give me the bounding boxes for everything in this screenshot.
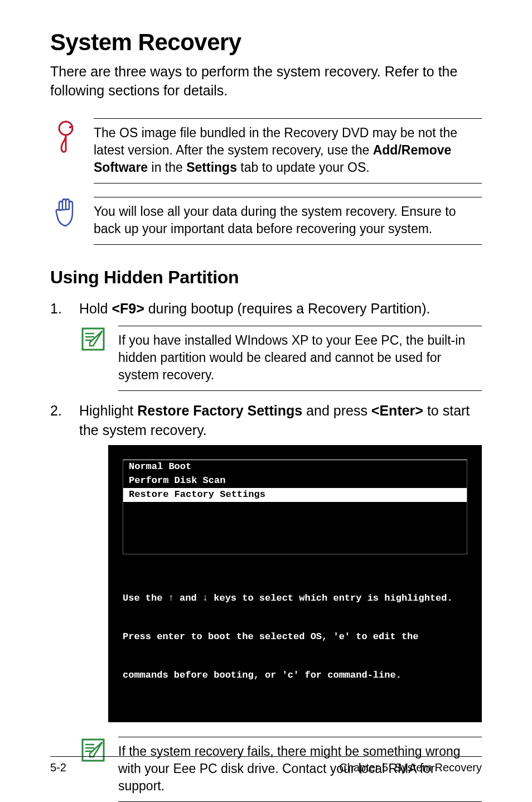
callout-note-1-text: If you have installed WIndows XP to your…: [118, 326, 482, 391]
page-footer: 5-2 Chapter 5: System Recovery: [50, 756, 482, 774]
intro-paragraph: There are three ways to perform the syst…: [50, 62, 482, 100]
bold-fragment: <Enter>: [371, 403, 423, 418]
callout-info-1-text: The OS image file bundled in the Recover…: [94, 118, 482, 183]
page-number: 5-2: [50, 761, 66, 774]
text-fragment: tab to update your OS.: [237, 160, 370, 175]
callout-warning: You will lose all your data during the s…: [50, 191, 482, 253]
step-2: Highlight Restore Factory Settings and p…: [50, 401, 482, 801]
terminal-row: Normal Boot: [123, 460, 467, 474]
svg-point-1: [69, 125, 71, 128]
text-fragment: Highlight: [79, 403, 137, 418]
callout-info-1: The OS image file bundled in the Recover…: [50, 113, 482, 191]
terminal-screenshot: Normal Boot Perform Disk Scan Restore Fa…: [108, 445, 482, 722]
text-fragment: and press: [302, 403, 371, 418]
section-heading: Using Hidden Partition: [50, 267, 482, 288]
terminal-hint-line: Press enter to boot the selected OS, 'e'…: [123, 631, 467, 644]
terminal-row-selected: Restore Factory Settings: [123, 488, 467, 502]
terminal-hint-line: Use the ↑ and ↓ keys to select which ent…: [123, 592, 467, 605]
terminal-hint: Use the ↑ and ↓ keys to select which ent…: [123, 567, 467, 707]
callout-warning-text: You will lose all your data during the s…: [94, 197, 482, 245]
step-1: Hold <F9> during bootup (requires a Reco…: [50, 299, 482, 392]
bold-fragment: Restore Factory Settings: [137, 403, 302, 418]
warning-hand-icon: [53, 198, 79, 228]
callout-note-1: If you have installed WIndows XP to your…: [79, 326, 482, 391]
bold-fragment: Settings: [186, 160, 237, 175]
note-icon: [81, 327, 105, 351]
text-fragment: Hold: [79, 301, 112, 316]
text-fragment: during bootup (requires a Recovery Parti…: [144, 301, 431, 316]
terminal-hint-line: commands before booting, or 'c' for comm…: [123, 669, 467, 682]
chapter-label: Chapter 5: System Recovery: [339, 761, 482, 774]
page-title: System Recovery: [50, 29, 482, 56]
bold-fragment: <F9>: [112, 301, 144, 316]
tip-icon: [55, 119, 77, 155]
text-fragment: in the: [148, 160, 186, 175]
terminal-row: Perform Disk Scan: [123, 474, 467, 488]
terminal-menu: Normal Boot Perform Disk Scan Restore Fa…: [123, 460, 467, 554]
